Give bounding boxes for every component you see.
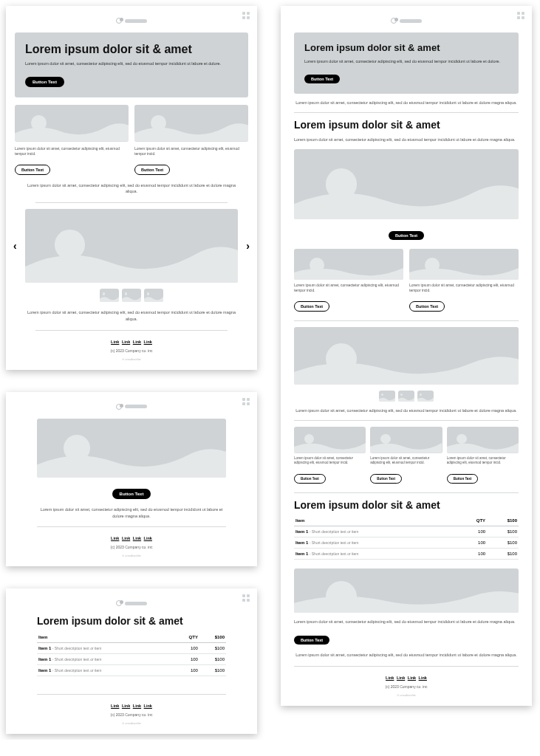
divider <box>294 666 519 667</box>
card-button[interactable]: Button Text <box>370 474 402 484</box>
body-text: Lorem ipsum dolor sit amet, consectetur … <box>27 309 236 323</box>
data-table: Item QTY $100 Item 1 - Short description… <box>37 632 226 676</box>
card-text: Lorem ipsum dolor sit amet, consectetur … <box>447 456 519 467</box>
card-button[interactable]: Button Text <box>15 165 50 175</box>
menu-dots-icon <box>242 398 250 405</box>
footer-links: Link Link Link Link <box>294 676 519 680</box>
logo-icon <box>116 404 122 410</box>
footer-link[interactable]: Link <box>122 536 130 540</box>
unsubscribe-link[interactable]: unsubscribe <box>294 693 519 697</box>
menu-dots-icon <box>242 12 250 19</box>
thumbnail[interactable] <box>122 289 141 302</box>
copyright: (c) 2023 Company co. inc <box>15 712 248 717</box>
hero-block: Lorem ipsum dolor sit & amet Lorem ipsum… <box>294 32 519 94</box>
footer-link[interactable]: Link <box>133 536 141 540</box>
footer-link[interactable]: Link <box>111 536 119 540</box>
footer-links: Link Link Link Link <box>15 704 248 708</box>
thumbnail[interactable] <box>379 391 395 402</box>
card-text: Lorem ipsum dolor sit amet, consectetur … <box>370 456 442 467</box>
unsubscribe-link[interactable]: unsubscribe <box>15 357 248 361</box>
hero-body: Lorem ipsum dolor sit amet, consectetur … <box>304 58 508 64</box>
hero-button[interactable]: Button Text <box>25 77 64 87</box>
thumbnail[interactable] <box>100 289 119 302</box>
unsubscribe-link[interactable]: unsubscribe <box>15 721 248 725</box>
hero-block: Lorem ipsum dolor sit & amet Lorem ipsum… <box>15 32 248 97</box>
copyright: (c) 2023 Company co. inc <box>294 684 519 689</box>
hero-body: Lorem ipsum dolor sit amet, consectetur … <box>25 61 238 66</box>
footer-link[interactable]: Link <box>122 340 130 344</box>
body-text: Lorem ipsum dolor sit amet, consectetur … <box>27 182 236 196</box>
divider <box>35 330 228 331</box>
brand-placeholder <box>125 602 147 605</box>
table-header: $100 <box>199 632 226 643</box>
body-text: Lorem ipsum dolor sit amet, consectetur … <box>37 506 226 520</box>
footer-links: Link Link Link Link <box>15 536 248 540</box>
unsubscribe-link[interactable]: unsubscribe <box>15 554 248 557</box>
card: Lorem ipsum dolor sit amet, consectetur … <box>134 105 248 175</box>
image-placeholder <box>294 568 519 613</box>
card-button[interactable]: Button Text <box>294 301 329 312</box>
cta-button[interactable]: Button Text <box>112 489 151 499</box>
chevron-left-icon[interactable]: ‹ <box>13 241 17 251</box>
image-placeholder <box>37 419 226 478</box>
menu-dots-icon <box>517 12 524 19</box>
body-text: Lorem ipsum dolor sit amet, consectetur … <box>294 652 519 659</box>
table-row: Item 1 - Short description text or item1… <box>37 642 226 653</box>
card-button[interactable]: Button Text <box>134 165 170 175</box>
card-text: Lorem ipsum dolor sit amet, consectetur … <box>409 283 519 294</box>
card: Lorem ipsum dolor sit amet, consectetur … <box>370 427 442 484</box>
footer-link[interactable]: Link <box>144 536 152 540</box>
copyright: (c) 2023 Company co. inc <box>15 348 248 353</box>
three-col-cards: Lorem ipsum dolor sit amet, consectetur … <box>294 427 519 484</box>
footer-link[interactable]: Link <box>386 676 394 680</box>
card-text: Lorem ipsum dolor sit amet, consectetur … <box>15 146 129 157</box>
card: Lorem ipsum dolor sit amet, consectetur … <box>447 427 519 484</box>
footer-link[interactable]: Link <box>408 676 416 680</box>
table-header: $100 <box>487 515 519 526</box>
card-text: Lorem ipsum dolor sit amet, consectetur … <box>134 146 248 157</box>
body-text: Lorem ipsum dolor sit amet, consectetur … <box>294 137 519 143</box>
header <box>15 597 248 606</box>
cta-button[interactable]: Button Text <box>389 231 424 240</box>
image-placeholder <box>134 105 248 142</box>
footer-link[interactable]: Link <box>419 676 427 680</box>
footer-link[interactable]: Link <box>144 340 152 344</box>
card-button[interactable]: Button Text <box>294 474 326 484</box>
menu-dots-icon <box>242 594 250 602</box>
section-title: Lorem ipsum dolor sit & amet <box>294 499 519 511</box>
footer-link[interactable]: Link <box>133 704 141 708</box>
cta-button[interactable]: Button Text <box>294 636 329 645</box>
hero-button[interactable]: Button Text <box>304 75 340 83</box>
wireframe-table: Lorem ipsum dolor sit & amet Item QTY $1… <box>6 588 257 733</box>
card: Lorem ipsum dolor sit amet, consectetur … <box>294 249 403 312</box>
footer-link[interactable]: Link <box>144 704 152 708</box>
body-text: Lorem ipsum dolor sit amet, consectetur … <box>294 408 519 414</box>
divider <box>294 420 519 421</box>
thumbnail[interactable] <box>398 391 414 402</box>
logo-icon <box>391 18 397 24</box>
card-button[interactable]: Button Text <box>409 301 445 312</box>
footer-link[interactable]: Link <box>133 340 141 344</box>
thumbnail[interactable] <box>144 289 163 302</box>
copyright: (c) 2023 Company co. inc <box>15 545 248 549</box>
footer-link[interactable]: Link <box>122 704 130 708</box>
brand-placeholder <box>125 405 147 408</box>
wireframe-large-hero: Lorem ipsum dolor sit & amet Lorem ipsum… <box>6 6 257 370</box>
hero-title: Lorem ipsum dolor sit & amet <box>25 43 238 56</box>
table-header: QTY <box>174 632 199 643</box>
section-title: Lorem ipsum dolor sit & amet <box>294 119 519 131</box>
table-row: Item 1 - Short description text or item1… <box>37 664 226 676</box>
logo-icon <box>116 600 122 606</box>
footer-link[interactable]: Link <box>111 704 119 708</box>
divider <box>37 526 226 527</box>
wireframe-centered-hero: Button Text Lorem ipsum dolor sit amet, … <box>6 392 257 567</box>
image-placeholder <box>447 427 519 453</box>
chevron-right-icon[interactable]: › <box>246 241 250 251</box>
footer-links: Link Link Link Link <box>15 340 248 344</box>
card-button[interactable]: Button Text <box>447 474 479 484</box>
table-header: QTY <box>457 515 487 526</box>
thumbnail[interactable] <box>417 391 434 402</box>
footer-link[interactable]: Link <box>397 676 405 680</box>
card: Lorem ipsum dolor sit amet, consectetur … <box>294 427 366 484</box>
footer-link[interactable]: Link <box>111 340 119 344</box>
